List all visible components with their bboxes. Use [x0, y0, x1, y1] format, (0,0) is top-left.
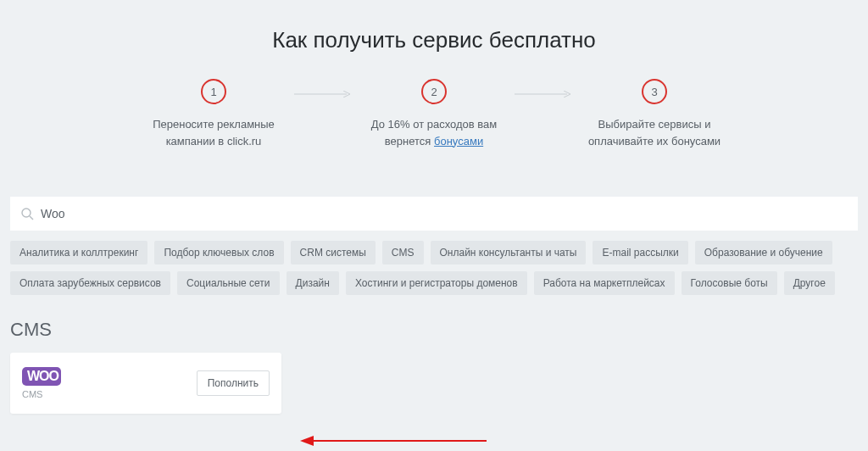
- step-2-circle: 2: [421, 79, 447, 104]
- woo-logo-icon: WOO: [22, 367, 61, 386]
- tag-0[interactable]: Аналитика и коллтрекинг: [10, 241, 147, 264]
- page-title: Как получить сервис бесплатно: [10, 27, 858, 53]
- step-2-text: До 16% от расходов вам вернется бонусами: [353, 116, 515, 149]
- tag-8[interactable]: Социальные сети: [177, 271, 280, 295]
- step-3: 3 Выбирайте сервисы и оплачивайте их бон…: [574, 79, 735, 149]
- svg-point-2: [22, 209, 31, 217]
- step-1: 1 Переносите рекламные кампании в click.…: [133, 79, 294, 149]
- tag-9[interactable]: Дизайн: [287, 271, 339, 295]
- step-arrow-icon: [515, 79, 574, 104]
- step-3-text: Выбирайте сервисы и оплачивайте их бонус…: [574, 116, 735, 149]
- step-2: 2 До 16% от расходов вам вернется бонуса…: [353, 79, 515, 149]
- tag-4[interactable]: Онлайн консультанты и чаты: [431, 241, 587, 264]
- tag-1[interactable]: Подбор ключевых слов: [154, 241, 283, 264]
- tag-12[interactable]: Голосовые боты: [682, 271, 777, 295]
- step-arrow-icon: [294, 79, 353, 104]
- tag-13[interactable]: Другое: [784, 271, 835, 295]
- section-heading: CMS: [10, 319, 858, 341]
- steps-row: 1 Переносите рекламные кампании в click.…: [10, 79, 858, 149]
- svg-line-3: [30, 216, 33, 220]
- search-bar[interactable]: [10, 197, 858, 231]
- step-1-text: Переносите рекламные кампании в click.ru: [133, 116, 294, 149]
- search-icon: [20, 207, 34, 220]
- card-left: WOO CMS: [22, 367, 61, 399]
- step-1-circle: 1: [201, 79, 226, 104]
- search-input[interactable]: [39, 206, 848, 221]
- tag-6[interactable]: Образование и обучение: [695, 241, 832, 264]
- service-card-woo[interactable]: WOO CMS Пополнить: [10, 353, 281, 414]
- tag-11[interactable]: Работа на маркетплейсах: [534, 271, 675, 295]
- topup-button[interactable]: Пополнить: [197, 370, 270, 396]
- card-category: CMS: [22, 389, 61, 399]
- annotation-arrow-icon: [300, 432, 487, 449]
- step-3-circle: 3: [642, 79, 667, 104]
- tag-2[interactable]: CRM системы: [291, 241, 376, 264]
- tag-5[interactable]: E-mail рассылки: [593, 241, 687, 264]
- tag-list: Аналитика и коллтрекингПодбор ключевых с…: [10, 241, 858, 295]
- svg-marker-5: [300, 436, 314, 446]
- bonuses-link[interactable]: бонусами: [434, 135, 483, 148]
- tag-7[interactable]: Оплата зарубежных сервисов: [10, 271, 170, 295]
- tag-10[interactable]: Хостинги и регистраторы доменов: [346, 271, 527, 295]
- tag-3[interactable]: CMS: [382, 241, 424, 264]
